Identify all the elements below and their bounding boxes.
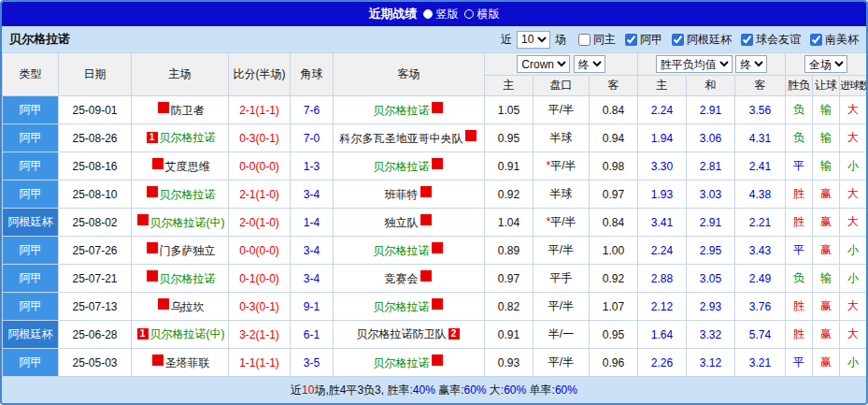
layout-horizontal-option[interactable]: 横版	[464, 7, 500, 22]
filter-option[interactable]: 球会友谊	[741, 32, 801, 48]
table-row: 阿甲 25-07-13 乌拉坎 0-3(0-1) 9-1 贝尔格拉诺 0.82 …	[3, 293, 867, 321]
filter-checkbox[interactable]	[672, 34, 684, 46]
goals-cell: 小	[840, 265, 867, 293]
fulltime-select[interactable]: 全场	[804, 55, 847, 73]
odds-stage-select[interactable]: 终	[574, 55, 605, 73]
away-red-card-badge: 2	[448, 328, 460, 340]
layout-vertical-label: 竖版	[436, 7, 459, 22]
home-team-name: 贝尔格拉诺(中)	[150, 216, 225, 229]
filter-option-label: 同主	[593, 32, 616, 48]
layout-vertical-option[interactable]: 竖版	[423, 7, 459, 22]
handicap-result-cell: 赢	[813, 181, 840, 209]
away-team-cell: 贝尔格拉诺	[334, 293, 485, 321]
odds-away-cell: 1.00	[590, 237, 638, 265]
avg-draw-cell: 2.91	[687, 96, 735, 124]
home-team-cell: 1贝尔格拉诺(中)	[132, 321, 229, 349]
filter-option-label: 球会友谊	[756, 32, 801, 48]
date-cell: 25-08-10	[59, 181, 132, 209]
away-team-cell: 科尔多瓦圣地亚哥中央队	[334, 124, 485, 152]
home-team-cell: 1贝尔格拉诺	[132, 124, 229, 152]
score-cell: 0-0(0-0)	[229, 152, 291, 181]
odds-company-select[interactable]: Crown	[517, 55, 570, 73]
corner-cell: 3-4	[291, 181, 334, 209]
avg-home-cell: 1.93	[638, 181, 687, 209]
title-bar: 近期战绩 竖版 横版	[2, 2, 866, 26]
corner-cell: 6-1	[291, 321, 334, 349]
odds-home-cell: 0.95	[485, 124, 534, 152]
result-cell: 平	[786, 152, 813, 181]
avg-type-select[interactable]: 胜平负均值	[656, 55, 733, 73]
table-row: 阿甲 25-08-10 贝尔格拉诺 2-1(1-0) 3-4 班菲特 0.92 …	[3, 181, 867, 209]
away-red-card-badge	[432, 158, 443, 169]
filter-checkbox[interactable]	[625, 34, 637, 46]
goals-cell: 小	[840, 152, 867, 181]
summary-part: 单率:	[526, 383, 555, 397]
date-cell: 25-09-01	[59, 96, 132, 124]
away-red-card-badge	[432, 354, 443, 366]
goals-cell: 大	[840, 321, 867, 349]
league-type-cell: 阿甲	[3, 124, 59, 152]
filter-controls: 近 10 场 同主阿甲阿根廷杯球会友谊南美杯	[501, 31, 859, 49]
avg-home-cell: 2.26	[638, 349, 687, 377]
odds-away-cell: 0.84	[590, 209, 638, 237]
result-cell: 胜	[786, 293, 813, 321]
odds-home-cell: 0.92	[485, 181, 534, 209]
handicap-cell: 平/半	[534, 96, 590, 124]
score-cell: 3-2(1-1)	[229, 321, 291, 349]
corner-cell: 1-3	[291, 152, 334, 181]
radio-selected-icon[interactable]	[423, 9, 433, 19]
avg-home-cell: 2.24	[638, 96, 687, 124]
summary-part: 60%	[463, 383, 486, 397]
avg-draw-cell: 3.12	[687, 349, 735, 377]
away-team-name: 班菲特	[385, 188, 419, 201]
away-team-name: 贝尔格拉诺防卫队	[357, 327, 447, 340]
fulltime-header-cell: 全场	[786, 53, 867, 76]
avg-away-cell: 3.76	[735, 293, 786, 321]
home-red-card-badge	[152, 354, 164, 366]
away-team-cell: 贝尔格拉诺	[334, 96, 485, 124]
col-header-goals: 进球数	[840, 76, 867, 96]
away-team-cell: 独立队	[334, 209, 485, 237]
radio-unselected-icon[interactable]	[464, 9, 474, 19]
filter-option[interactable]: 阿根廷杯	[672, 32, 732, 48]
col-header-result: 胜负	[786, 76, 813, 96]
league-type-cell: 阿根廷杯	[3, 209, 59, 237]
filter-checkbox[interactable]	[810, 34, 822, 46]
filter-checkbox[interactable]	[578, 34, 591, 46]
goals-cell: 大	[840, 124, 867, 152]
league-type-cell: 阿甲	[3, 152, 59, 181]
col-header-corner: 角球	[291, 53, 334, 96]
table-row: 阿甲 25-08-26 1贝尔格拉诺 0-3(0-1) 7-0 科尔多瓦圣地亚哥…	[3, 124, 867, 152]
avg-draw-cell: 2.91	[687, 209, 735, 237]
corner-cell: 7-6	[291, 96, 334, 124]
handicap-cell: *平/半	[534, 152, 590, 181]
filter-checkbox[interactable]	[741, 34, 753, 46]
home-red-card-badge: 1	[137, 328, 149, 340]
away-team-name: 贝尔格拉诺	[374, 104, 430, 117]
date-cell: 25-07-26	[59, 237, 132, 265]
avg-draw-cell: 3.32	[687, 321, 735, 349]
away-team-name: 贝尔格拉诺	[374, 160, 430, 173]
avg-away-cell: 3.43	[735, 237, 786, 265]
score-cell: 2-1(1-1)	[229, 96, 291, 124]
result-cell: 负	[786, 124, 813, 152]
corner-cell: 3-4	[291, 265, 334, 293]
filter-option[interactable]: 阿甲	[625, 32, 662, 48]
league-type-cell: 阿甲	[3, 293, 59, 321]
summary-part: 40%	[413, 383, 435, 397]
handicap-star: *	[546, 215, 550, 228]
match-count-select[interactable]: 10	[517, 31, 550, 49]
home-team-name: 贝尔格拉诺	[160, 188, 216, 201]
filter-option[interactable]: 同主	[578, 32, 616, 48]
home-team-cell: 艾度思维	[132, 152, 229, 181]
odds-header-cell: Crown 终	[485, 53, 638, 76]
handicap-cell: 平/半	[534, 293, 590, 321]
avg-home-cell: 1.64	[638, 321, 687, 349]
results-tbody: 阿甲 25-09-01 防卫者 2-1(1-1) 7-6 贝尔格拉诺 1.05 …	[3, 96, 867, 377]
filter-option[interactable]: 南美杯	[810, 32, 859, 48]
avg-stage-select[interactable]: 终	[735, 55, 767, 73]
home-red-card-badge	[158, 102, 169, 113]
home-red-card-badge	[147, 270, 158, 282]
handicap-result-cell: 输	[813, 124, 840, 152]
handicap-result-cell: 输	[813, 265, 840, 293]
